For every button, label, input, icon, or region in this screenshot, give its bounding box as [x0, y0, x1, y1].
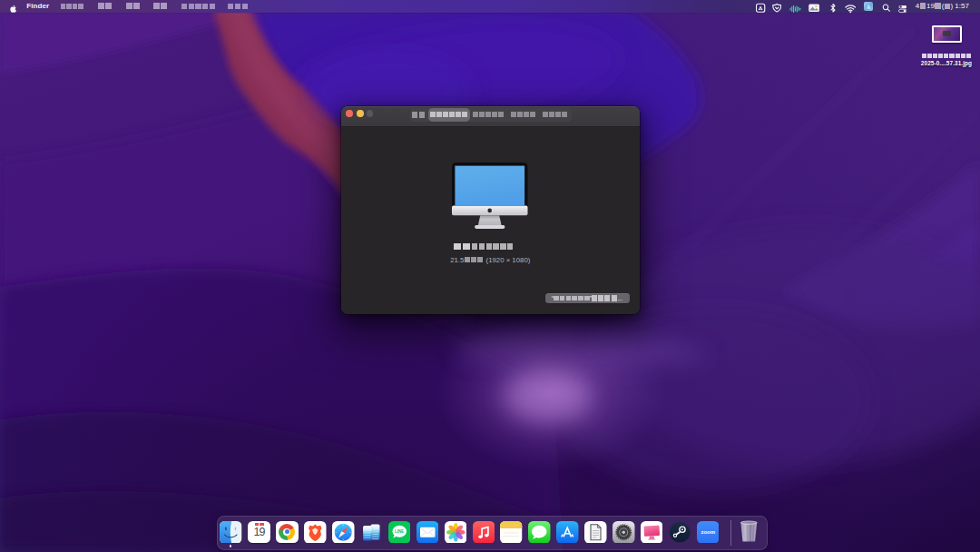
svg-text:LINE: LINE	[395, 528, 404, 533]
svg-text:zoom: zoom	[701, 529, 715, 535]
